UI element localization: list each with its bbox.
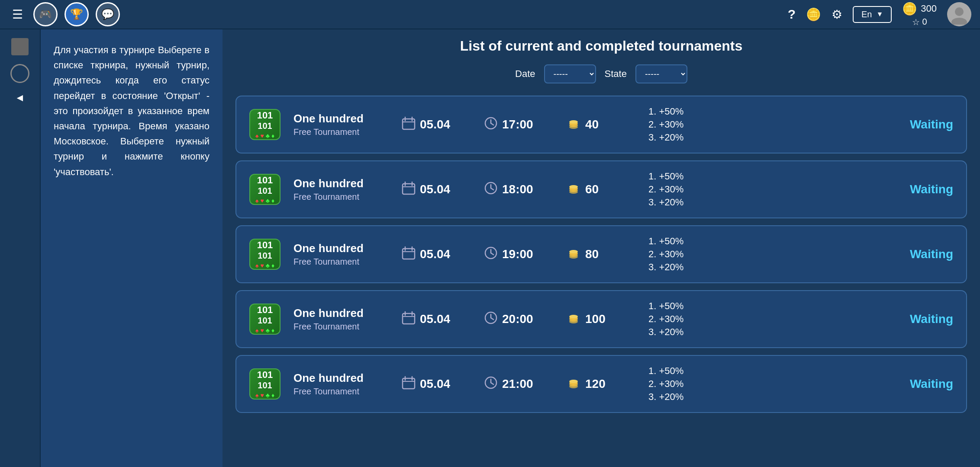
filters-row: Date ----- State ----- — [235, 64, 967, 83]
coins-value: 300 — [921, 3, 937, 14]
wallet-icon[interactable]: 🪙 — [806, 7, 821, 22]
prize-1: 1. +50% — [648, 171, 718, 182]
tournament-logo: 101 ♠ ♥ ♣ ♦ — [249, 174, 280, 205]
sidebar-arrow-icon[interactable]: ◄ — [15, 92, 25, 104]
user-avatar[interactable] — [947, 2, 971, 26]
svg-rect-2 — [403, 119, 415, 129]
svg-line-30 — [491, 253, 493, 255]
tournament-date-block: 05.04 — [402, 181, 471, 198]
calendar-icon — [402, 376, 416, 393]
svg-point-34 — [569, 250, 578, 253]
tournament-name: One hundred — [293, 177, 389, 190]
tournament-type: Free Tournament — [293, 127, 389, 137]
tournament-name-block: One hundred Free Tournament — [293, 177, 389, 202]
tournament-status[interactable]: Waiting — [893, 118, 953, 131]
tournament-date: 05.04 — [420, 247, 450, 261]
tournament-coins: 100 — [585, 312, 606, 326]
tournament-card[interactable]: 101 ♠ ♥ ♣ ♦ One hundred Free Tournament — [235, 225, 967, 283]
prizes-block: 1. +50% 2. +30% 3. +20% — [648, 171, 718, 208]
prizes-block: 1. +50% 2. +30% 3. +20% — [648, 236, 718, 273]
nav-games-button[interactable]: 🎮 — [33, 2, 58, 26]
tournament-card[interactable]: 101 ♠ ♥ ♣ ♦ One hundred Free Tournament — [235, 160, 967, 218]
coins-stack-icon — [566, 116, 581, 134]
tournament-date: 05.04 — [420, 377, 450, 391]
tournament-date: 05.04 — [420, 118, 450, 131]
svg-line-19 — [491, 188, 493, 190]
prizes-block: 1. +50% 2. +30% 3. +20% — [648, 365, 718, 403]
clock-icon — [484, 311, 498, 328]
settings-icon[interactable]: ⚙ — [832, 7, 842, 22]
hamburger-button[interactable]: ☰ — [9, 4, 26, 25]
svg-line-41 — [491, 318, 493, 320]
tournament-logo: 101 ♠ ♥ ♣ ♦ — [249, 109, 280, 140]
prize-3: 3. +20% — [648, 262, 718, 273]
tournament-name-block: One hundred Free Tournament — [293, 307, 389, 332]
prize-2: 2. +30% — [648, 119, 718, 130]
tournament-coins-block: 120 — [566, 375, 635, 393]
help-icon[interactable]: ? — [788, 7, 796, 22]
svg-rect-13 — [403, 184, 415, 194]
tournament-type: Free Tournament — [293, 192, 389, 202]
coins-stack-icon — [566, 181, 581, 198]
coins-stars-display: 🪙 300 ☆ 0 — [902, 2, 937, 27]
tournament-time: 20:00 — [502, 312, 533, 326]
tournament-name-block: One hundred Free Tournament — [293, 242, 389, 267]
lang-value: En — [861, 10, 872, 19]
topnav-right: ? 🪙 ⚙ En ▼ 🪙 300 ☆ 0 — [788, 2, 971, 27]
prize-3: 3. +20% — [648, 326, 718, 338]
tournament-logo: 101 ♠ ♥ ♣ ♦ — [249, 239, 280, 270]
clock-icon — [484, 116, 498, 133]
tournament-name: One hundred — [293, 307, 389, 320]
prize-2: 2. +30% — [648, 184, 718, 195]
tournament-name-block: One hundred Free Tournament — [293, 371, 389, 397]
tournament-time-block: 18:00 — [484, 181, 553, 198]
tournament-coins: 120 — [585, 377, 606, 391]
prize-3: 3. +20% — [648, 391, 718, 403]
stars-value: 0 — [922, 17, 927, 27]
tournament-date-block: 05.04 — [402, 376, 471, 393]
sidebar-circle-icon[interactable] — [10, 64, 29, 83]
date-filter-label: Date — [515, 68, 535, 80]
nav-trophy-button[interactable]: 🏆 — [64, 2, 89, 26]
tournament-card[interactable]: 101 ♠ ♥ ♣ ♦ One hundred Free Tournament — [235, 355, 967, 413]
tournament-card[interactable]: 101 ♠ ♥ ♣ ♦ One hundred Free Tournament — [235, 290, 967, 348]
tournament-status[interactable]: Waiting — [893, 182, 953, 196]
state-filter-select[interactable]: ----- — [635, 64, 687, 83]
tournament-list: 101 ♠ ♥ ♣ ♦ One hundred Free Tournament — [235, 96, 967, 413]
svg-line-8 — [491, 123, 493, 125]
stars-display: ☆ 0 — [912, 17, 927, 27]
tournament-coins-block: 100 — [566, 310, 635, 328]
calendar-icon — [402, 246, 416, 263]
svg-point-23 — [569, 185, 578, 189]
prize-1: 1. +50% — [648, 301, 718, 312]
tournament-time-block: 19:00 — [484, 246, 553, 263]
tournament-time: 17:00 — [502, 118, 533, 131]
tournament-name-block: One hundred Free Tournament — [293, 112, 389, 137]
sidebar-square-icon[interactable] — [11, 38, 29, 55]
tournament-type: Free Tournament — [293, 322, 389, 332]
language-selector[interactable]: En ▼ — [853, 6, 892, 23]
lang-chevron: ▼ — [876, 10, 883, 18]
svg-rect-24 — [403, 249, 415, 259]
prize-1: 1. +50% — [648, 236, 718, 247]
tournament-status[interactable]: Waiting — [893, 312, 953, 326]
main-content: List of current and completed tournament… — [222, 29, 980, 467]
tournament-status[interactable]: Waiting — [893, 377, 953, 391]
help-text: Для участия в турнире Выберете в списке … — [54, 42, 210, 179]
tournament-name: One hundred — [293, 112, 389, 125]
tournament-coins-block: 40 — [566, 116, 635, 134]
svg-rect-35 — [403, 313, 415, 324]
tournament-status[interactable]: Waiting — [893, 247, 953, 261]
tournament-card[interactable]: 101 ♠ ♥ ♣ ♦ One hundred Free Tournament — [235, 96, 967, 154]
prizes-block: 1. +50% 2. +30% 3. +20% — [648, 301, 718, 338]
nav-chat-button[interactable]: 💬 — [96, 2, 120, 26]
tournament-name: One hundred — [293, 242, 389, 255]
date-filter-select[interactable]: ----- — [544, 64, 596, 83]
prizes-block: 1. +50% 2. +30% 3. +20% — [648, 106, 718, 143]
prize-2: 2. +30% — [648, 249, 718, 260]
tournament-coins: 40 — [585, 118, 599, 131]
prize-3: 3. +20% — [648, 197, 718, 208]
tournament-time: 18:00 — [502, 182, 533, 196]
coins-icon: 🪙 — [902, 2, 917, 16]
help-panel: Для участия в турнире Выберете в списке … — [41, 29, 222, 467]
